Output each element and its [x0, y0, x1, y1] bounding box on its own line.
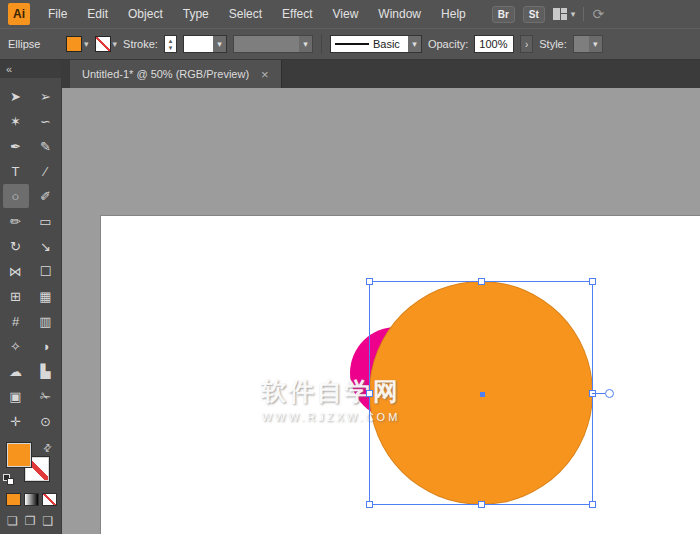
stock-button[interactable]: St — [523, 6, 545, 23]
chevron-down-icon[interactable]: ▾ — [589, 36, 602, 52]
ellipse-icon: ○ — [12, 189, 20, 204]
slice-tool[interactable]: ✁ — [33, 384, 59, 408]
chevron-down-icon[interactable]: ▾ — [84, 39, 89, 49]
line-segment-icon: ∕ — [44, 164, 46, 179]
menu-item-select[interactable]: Select — [219, 0, 272, 28]
hand-tool[interactable]: ✛ — [3, 409, 29, 433]
selection-handle-se[interactable] — [589, 501, 596, 508]
selection-handle-n[interactable] — [478, 278, 485, 285]
perspective-grid-icon: ▦ — [39, 289, 51, 304]
draw-inside-mode-button[interactable]: ❑ — [41, 513, 56, 529]
width-tool[interactable]: ⋈ — [3, 259, 29, 283]
scale-tool[interactable]: ↘ — [33, 234, 59, 258]
chevron-down-icon: ▾ — [571, 9, 576, 19]
blend-tool[interactable]: ◑ — [33, 334, 59, 358]
close-icon[interactable]: × — [261, 68, 269, 81]
menu-item-type[interactable]: Type — [173, 0, 219, 28]
gradient-button[interactable] — [24, 493, 39, 506]
zoom-icon: ⊙ — [40, 414, 51, 429]
menu-item-object[interactable]: Object — [118, 0, 173, 28]
menu-item-window[interactable]: Window — [368, 0, 431, 28]
fill-stroke-indicator: ⇄ — [0, 441, 61, 489]
canvas[interactable]: 软件自学网 WWW.RJZXW.COM — [62, 88, 700, 534]
lasso-tool[interactable]: ∽ — [33, 109, 59, 133]
opacity-input[interactable]: 100% — [474, 35, 514, 53]
eyedropper-tool[interactable]: ✧ — [3, 334, 29, 358]
column-graph-tool[interactable]: ▙ — [33, 359, 59, 383]
selection-handle-nw[interactable] — [366, 278, 373, 285]
direct-selection-tool[interactable]: ➢ — [33, 84, 59, 108]
sync-icon[interactable]: ⟳ — [592, 6, 604, 22]
brush-definition-dropdown[interactable]: Basic ▾ — [330, 35, 422, 53]
swap-fill-stroke-icon[interactable]: ⇄ — [40, 441, 54, 455]
selection-handle-s[interactable] — [478, 501, 485, 508]
stroke-weight-dropdown[interactable]: ▾ — [183, 35, 227, 53]
color-button[interactable] — [6, 493, 21, 506]
eraser-tool[interactable]: ▭ — [33, 209, 59, 233]
type-tool[interactable]: T — [3, 159, 29, 183]
selection-icon: ➤ — [10, 89, 21, 104]
shape-builder-tool[interactable]: ⊞ — [3, 284, 29, 308]
style-dropdown[interactable]: ▾ — [573, 35, 603, 53]
hand-icon: ✛ — [10, 414, 21, 429]
selection-center-anchor[interactable] — [480, 392, 485, 397]
stroke-label: Stroke: — [123, 38, 158, 50]
fill-indicator[interactable] — [7, 443, 31, 467]
stroke-none-swatch[interactable] — [95, 36, 111, 52]
variable-width-profile-dropdown[interactable]: ▾ — [233, 35, 313, 53]
chevron-down-icon[interactable]: ▾ — [113, 39, 118, 49]
menu-item-help[interactable]: Help — [431, 0, 476, 28]
menu-item-file[interactable]: File — [38, 0, 77, 28]
line-segment-tool[interactable]: ∕ — [33, 159, 59, 183]
stroke-weight-stepper[interactable]: ▴ ▾ — [164, 35, 177, 53]
default-fill-stroke-icon[interactable] — [3, 474, 17, 486]
workspace-switcher[interactable]: ▾ — [553, 8, 576, 20]
gradient-tool[interactable]: ▥ — [33, 309, 59, 333]
stepper-down-icon[interactable]: ▾ — [169, 44, 173, 51]
symbol-sprayer-tool[interactable]: ☁ — [3, 359, 29, 383]
selection-tool[interactable]: ➤ — [3, 84, 29, 108]
rotate-widget-handle[interactable] — [605, 389, 614, 398]
menu-item-effect[interactable]: Effect — [272, 0, 322, 28]
rotate-tool[interactable]: ↻ — [3, 234, 29, 258]
magic-wand-tool[interactable]: ✶ — [3, 109, 29, 133]
curvature-tool[interactable]: ✎ — [33, 134, 59, 158]
menu-item-edit[interactable]: Edit — [77, 0, 118, 28]
selection-handle-w[interactable] — [366, 390, 373, 397]
opacity-value: 100% — [479, 38, 507, 50]
fill-color-control[interactable]: ▾ — [66, 36, 89, 52]
free-transform-icon: ☐ — [40, 264, 52, 279]
bridge-button[interactable]: Br — [492, 6, 515, 23]
zoom-tool[interactable]: ⊙ — [33, 409, 59, 433]
chevron-down-icon[interactable]: ▾ — [299, 36, 312, 52]
chevron-down-icon[interactable]: ▾ — [408, 36, 421, 52]
perspective-grid-tool[interactable]: ▦ — [33, 284, 59, 308]
pen-icon: ✒ — [10, 139, 21, 154]
free-transform-tool[interactable]: ☐ — [33, 259, 59, 283]
stroke-color-control[interactable]: ▾ — [95, 36, 118, 52]
draw-normal-mode-button[interactable]: ❏ — [5, 513, 20, 529]
tools-grid: ➤➢✶∽✒✎T∕○✐✏▭↻↘⋈☐⊞▦#▥✧◑☁▙▣✁✛⊙ — [0, 84, 61, 433]
none-button[interactable] — [42, 493, 57, 506]
artboard-tool[interactable]: ▣ — [3, 384, 29, 408]
chevron-down-icon[interactable]: ▾ — [213, 36, 226, 52]
pen-tool[interactable]: ✒ — [3, 134, 29, 158]
document-tab[interactable]: Untitled-1* @ 50% (RGB/Preview) × — [70, 60, 282, 88]
draw-behind-mode-button[interactable]: ❐ — [23, 513, 38, 529]
pencil-tool[interactable]: ✏ — [3, 209, 29, 233]
app-logo[interactable]: Ai — [8, 3, 30, 25]
selection-bounding-box[interactable] — [369, 281, 593, 505]
opacity-options-button[interactable]: › — [520, 35, 533, 53]
type-icon: T — [12, 164, 20, 179]
color-mode-buttons — [0, 493, 61, 506]
collapse-panel-icon[interactable]: « — [0, 60, 61, 78]
menu-item-view[interactable]: View — [323, 0, 369, 28]
fill-swatch[interactable] — [66, 36, 82, 52]
stepper-up-icon[interactable]: ▴ — [169, 37, 173, 44]
selection-handle-sw[interactable] — [366, 501, 373, 508]
paintbrush-tool[interactable]: ✐ — [33, 184, 59, 208]
ellipse-tool[interactable]: ○ — [3, 184, 29, 208]
opacity-label: Opacity: — [428, 38, 468, 50]
mesh-tool[interactable]: # — [3, 309, 29, 333]
selection-handle-ne[interactable] — [589, 278, 596, 285]
